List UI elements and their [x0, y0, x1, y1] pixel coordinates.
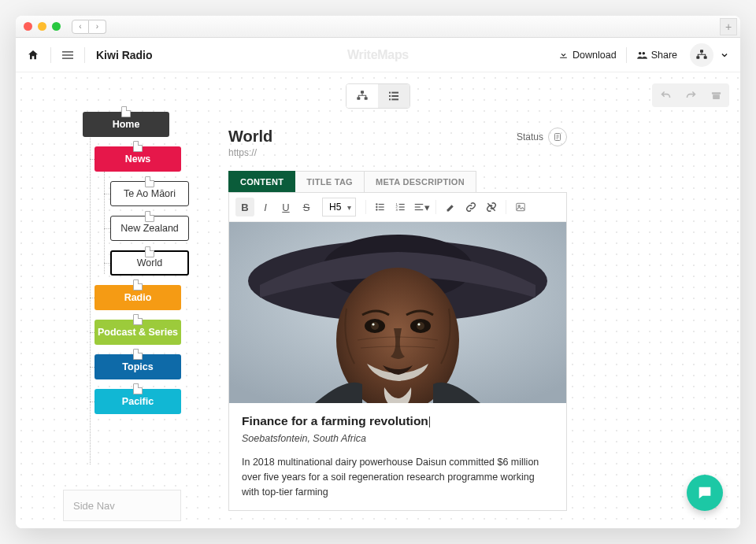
svg-rect-34 — [415, 209, 424, 210]
number-list-button[interactable]: 123 — [391, 198, 410, 216]
article-body[interactable]: Finance for a farming revolution Soebats… — [229, 403, 566, 510]
node-te-ao-maori[interactable]: Te Ao Māori — [110, 181, 189, 206]
download-button[interactable]: Download — [552, 45, 623, 65]
site-name: Kiwi Radio — [96, 49, 153, 61]
link-button[interactable] — [461, 198, 480, 216]
svg-rect-18 — [713, 94, 720, 99]
unlink-button[interactable] — [482, 198, 501, 216]
strike-button[interactable]: S — [297, 198, 316, 216]
article-paragraph: In 2018 multinational dairy powerhouse D… — [242, 455, 554, 499]
share-label: Share — [651, 50, 677, 61]
svg-rect-27 — [399, 204, 405, 205]
tab-title-tag[interactable]: TITLE TAG — [295, 171, 365, 192]
canvas[interactable]: Home News Te Ao Māori New Zealand World — [16, 72, 740, 528]
svg-rect-10 — [365, 97, 368, 99]
node-label: Topics — [122, 361, 153, 372]
nav-buttons: ‹ › — [72, 20, 106, 34]
node-radio[interactable]: Radio — [94, 285, 181, 310]
article-subhead: Soebatsfontein, South Africa — [242, 433, 554, 444]
svg-rect-35 — [517, 203, 525, 210]
view-toggle — [346, 83, 410, 109]
svg-rect-23 — [379, 206, 384, 207]
view-mode-avatar[interactable] — [690, 43, 713, 67]
back-button[interactable]: ‹ — [72, 20, 89, 34]
sidenav-label: Side Nav — [73, 500, 115, 512]
forward-button[interactable]: › — [89, 20, 106, 34]
edit-button[interactable] — [441, 198, 460, 216]
view-tree-button[interactable] — [346, 84, 378, 108]
page-icon — [133, 383, 143, 394]
align-button[interactable]: ▾ — [412, 198, 431, 216]
close-window-button[interactable] — [24, 22, 32, 31]
heading-select[interactable]: H5 — [322, 198, 356, 216]
node-topics[interactable]: Topics — [94, 354, 181, 379]
share-button[interactable]: Share — [630, 45, 684, 65]
node-label: Podcast & Series — [98, 327, 178, 338]
svg-rect-2 — [62, 57, 73, 58]
redo-button[interactable] — [680, 87, 701, 104]
minimize-window-button[interactable] — [38, 22, 46, 31]
node-label: New Zealand — [120, 223, 179, 234]
bullet-list-button[interactable] — [371, 198, 390, 216]
svg-point-22 — [376, 206, 378, 208]
node-new-zealand[interactable]: New Zealand — [110, 216, 189, 241]
separator — [84, 47, 85, 63]
node-podcast-series[interactable]: Podcast & Series — [94, 320, 181, 345]
traffic-lights — [24, 22, 61, 31]
page-icon — [121, 106, 131, 117]
separator — [435, 200, 436, 214]
node-label: Home — [113, 119, 140, 130]
svg-point-3 — [639, 51, 642, 54]
node-pacific[interactable]: Pacific — [94, 389, 181, 414]
svg-rect-31 — [399, 209, 405, 210]
new-tab-button[interactable]: + — [720, 18, 737, 35]
archive-button[interactable] — [706, 87, 726, 104]
article-headline: Finance for a farming revolution — [242, 414, 554, 428]
svg-rect-33 — [415, 206, 421, 207]
page-url[interactable]: https:// — [228, 147, 272, 158]
chat-fab[interactable] — [687, 475, 723, 511]
menu-icon[interactable] — [62, 50, 73, 61]
svg-rect-29 — [399, 206, 405, 207]
svg-point-46 — [417, 323, 420, 325]
svg-rect-15 — [389, 98, 391, 100]
sidenav-placeholder[interactable]: Side Nav — [63, 490, 181, 521]
node-label: Pacific — [122, 396, 154, 407]
svg-rect-7 — [704, 56, 707, 58]
view-list-button[interactable] — [378, 84, 410, 108]
undo-button[interactable] — [655, 87, 676, 104]
svg-rect-14 — [391, 95, 398, 97]
bold-button[interactable]: B — [235, 198, 254, 216]
node-home[interactable]: Home — [83, 112, 169, 137]
page-icon — [133, 349, 143, 360]
image-button[interactable] — [511, 198, 530, 216]
svg-text:3: 3 — [396, 208, 398, 212]
svg-point-42 — [371, 322, 379, 330]
svg-rect-9 — [357, 97, 360, 99]
svg-rect-1 — [62, 54, 73, 55]
chevron-down-icon[interactable] — [720, 50, 729, 60]
svg-rect-11 — [389, 92, 391, 94]
page-title: World — [228, 128, 272, 146]
page-icon — [145, 176, 154, 187]
app-window: ‹ › + Kiwi Radio WriteMaps Download — [16, 16, 740, 528]
separator — [365, 200, 366, 214]
italic-button[interactable]: I — [256, 198, 275, 216]
zoom-window-button[interactable] — [52, 22, 61, 31]
status-label: Status — [517, 131, 543, 142]
node-news[interactable]: News — [94, 146, 181, 172]
svg-point-24 — [376, 209, 378, 210]
separator — [506, 200, 506, 214]
node-world[interactable]: World — [110, 250, 189, 276]
status-control[interactable]: Status — [517, 128, 567, 146]
svg-rect-32 — [415, 204, 424, 205]
tab-content[interactable]: CONTENT — [228, 171, 295, 192]
underline-button[interactable]: U — [276, 198, 295, 216]
tab-meta-description[interactable]: META DESCRIPTION — [365, 171, 476, 192]
app-topbar: Kiwi Radio WriteMaps Download Share — [16, 38, 740, 72]
status-icon — [548, 128, 567, 146]
page-icon — [145, 246, 154, 257]
brand-logo: WriteMaps — [347, 48, 409, 62]
node-label: Radio — [124, 292, 152, 303]
home-icon[interactable] — [27, 49, 39, 61]
